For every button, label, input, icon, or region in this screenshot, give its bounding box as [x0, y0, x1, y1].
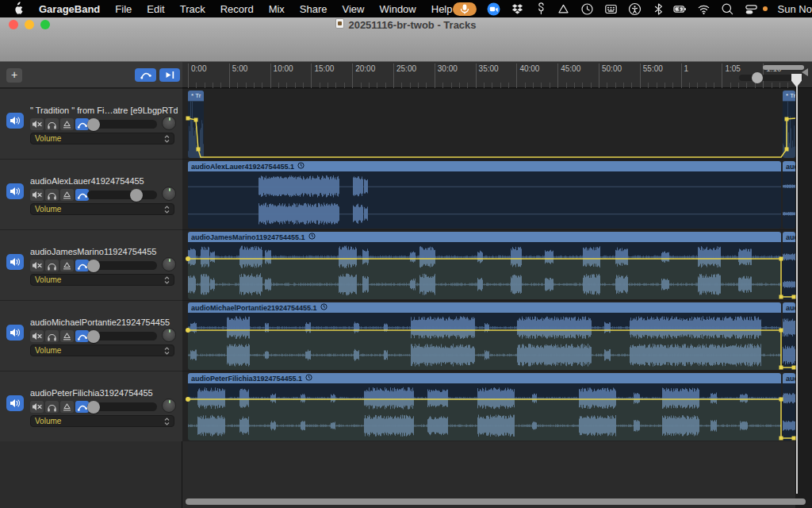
solo-button[interactable] — [45, 189, 59, 201]
menu-share[interactable]: Share — [300, 3, 327, 15]
track-header-2[interactable]: audioAlexLauer41924754455Volume — [0, 159, 182, 229]
menu-window[interactable]: Window — [380, 3, 416, 15]
minimize-button[interactable] — [25, 20, 34, 29]
automation-parameter-dropdown[interactable]: Volume — [30, 274, 174, 286]
audio-region[interactable]: audio — [783, 302, 795, 370]
region-header[interactable]: audio — [783, 373, 795, 383]
track-header-5[interactable]: audioPeterFilichia31924754455Volume — [0, 371, 182, 441]
region-header[interactable]: audioJamesMarino11924754455.1 — [188, 232, 781, 242]
track-volume-knob[interactable] — [87, 401, 100, 414]
input-monitoring-button[interactable] — [60, 189, 74, 201]
audio-region[interactable]: audioAlexLauer41924754455.1 — [188, 161, 781, 229]
audio-region[interactable]: * Tr — [188, 90, 204, 158]
mute-button[interactable] — [30, 189, 44, 201]
pan-knob[interactable] — [162, 398, 176, 413]
track-lane-1[interactable]: * Tr* Tr — [182, 88, 812, 159]
menu-bar-clock[interactable]: Sun Nov 16 11:43 AM — [778, 3, 812, 15]
ruler-mini-scrollbar[interactable] — [763, 65, 804, 70]
pan-knob[interactable] — [162, 257, 176, 271]
close-button[interactable] — [9, 20, 18, 29]
keyboard-viewer-icon[interactable] — [604, 2, 618, 16]
mute-button[interactable] — [30, 260, 44, 271]
automation-parameter-dropdown[interactable]: Volume — [30, 344, 174, 356]
audio-region[interactable]: audio — [783, 161, 795, 229]
pan-knob[interactable] — [162, 187, 176, 201]
automation-view-button[interactable] — [135, 68, 156, 82]
bluetooth-icon[interactable] — [652, 2, 663, 16]
input-monitoring-button[interactable] — [60, 118, 74, 130]
zoom-button[interactable] — [40, 20, 50, 29]
input-monitoring-button[interactable] — [60, 260, 74, 271]
track-volume-slider[interactable] — [87, 261, 157, 270]
playhead-line[interactable] — [796, 74, 798, 494]
app-menu[interactable]: GarageBand — [39, 3, 100, 15]
track-icon[interactable] — [6, 254, 24, 270]
region-header[interactable]: audio — [783, 232, 795, 242]
menu-mix[interactable]: Mix — [269, 3, 285, 15]
track-volume-knob[interactable] — [130, 189, 143, 202]
audio-region[interactable]: * Tr — [783, 90, 795, 158]
ruler-corner-arrow-icon[interactable] — [802, 68, 808, 76]
dropbox-icon[interactable] — [511, 2, 524, 16]
automation-curve[interactable] — [182, 89, 812, 160]
automation-parameter-dropdown[interactable]: Volume — [30, 203, 174, 215]
wifi-icon[interactable] — [697, 2, 710, 16]
track-header-3[interactable]: audioJamesMarino11924754455Volume — [0, 229, 182, 300]
region-header[interactable]: * Tr — [783, 90, 795, 101]
apple-menu-icon[interactable] — [13, 2, 24, 17]
region-header[interactable]: * Tr — [188, 90, 204, 101]
pan-knob[interactable] — [162, 116, 176, 130]
track-icon[interactable] — [6, 325, 24, 341]
track-volume-knob[interactable] — [87, 330, 100, 343]
user-switcher-icon[interactable] — [745, 2, 758, 16]
battery-icon[interactable] — [673, 2, 687, 16]
solo-button[interactable] — [45, 330, 59, 342]
region-header[interactable]: audioPeterFilichia31924754455.1 — [188, 373, 781, 383]
accessibility-icon[interactable] — [628, 2, 642, 16]
horizontal-scrollbar[interactable] — [186, 498, 806, 505]
pan-knob[interactable] — [162, 328, 176, 342]
automation-parameter-dropdown[interactable]: Volume — [30, 133, 174, 144]
input-monitoring-button[interactable] — [60, 330, 74, 342]
catch-playhead-button[interactable] — [159, 68, 180, 82]
solo-button[interactable] — [45, 401, 59, 413]
region-header[interactable]: audioAlexLauer41924754455.1 — [188, 161, 781, 171]
input-monitoring-button[interactable] — [60, 401, 74, 413]
track-icon[interactable] — [6, 395, 24, 411]
region-header[interactable]: audioMichaelPortantie21924754455.1 — [188, 302, 781, 313]
menu-track[interactable]: Track — [180, 3, 205, 15]
audio-region[interactable]: audioPeterFilichia31924754455.1 — [188, 373, 781, 441]
track-lane-3[interactable]: audioJamesMarino11924754455.1audio — [182, 229, 812, 300]
audio-region[interactable]: audio — [783, 232, 795, 299]
track-icon[interactable] — [6, 113, 24, 129]
audio-region[interactable]: audio — [783, 373, 795, 441]
track-volume-knob[interactable] — [87, 260, 100, 272]
track-volume-slider[interactable] — [87, 332, 157, 341]
track-lane-2[interactable]: audioAlexLauer41924754455.1audio — [182, 159, 812, 229]
add-track-button[interactable]: + — [6, 68, 22, 83]
spotlight-icon[interactable] — [721, 2, 734, 16]
solo-button[interactable] — [45, 260, 59, 271]
track-volume-slider[interactable] — [87, 190, 157, 199]
region-header[interactable]: audio — [783, 161, 795, 171]
solo-button[interactable] — [45, 118, 59, 130]
audio-region[interactable]: audioMichaelPortantie21924754455.1 — [188, 302, 781, 370]
menu-view[interactable]: View — [343, 3, 365, 15]
mute-button[interactable] — [30, 330, 44, 342]
region-header[interactable]: audio — [783, 302, 795, 313]
mute-button[interactable] — [30, 401, 44, 413]
chronosync-icon[interactable] — [534, 2, 546, 16]
time-machine-icon[interactable] — [580, 2, 594, 16]
google-drive-icon[interactable] — [557, 2, 570, 16]
track-lane-4[interactable]: audioMichaelPortantie21924754455.1audio — [182, 300, 812, 371]
track-header-1[interactable]: " Tradition " from Fi…atre [e9LbgpRTdJ0]… — [0, 88, 182, 159]
zoom-slider-knob[interactable] — [752, 72, 763, 83]
zoom-app-icon[interactable] — [487, 2, 500, 16]
track-lane-5[interactable]: audioPeterFilichia31924754455.1audio — [182, 371, 812, 441]
menu-record[interactable]: Record — [220, 3, 254, 15]
mute-button[interactable] — [30, 118, 44, 130]
track-volume-slider[interactable] — [87, 402, 157, 411]
menu-edit[interactable]: Edit — [147, 3, 164, 15]
mic-recording-icon[interactable] — [453, 2, 477, 16]
automation-parameter-dropdown[interactable]: Volume — [30, 415, 174, 427]
